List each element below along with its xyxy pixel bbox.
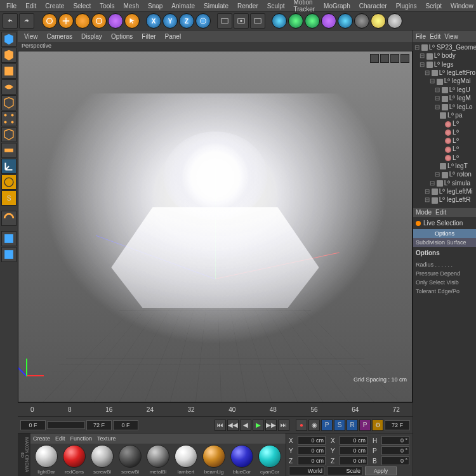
timeline-scrub[interactable] xyxy=(47,421,85,429)
environment[interactable] xyxy=(338,13,353,29)
menu-character[interactable]: Character xyxy=(355,1,391,11)
viewmenu-view[interactable]: View xyxy=(20,32,42,41)
world-coords[interactable] xyxy=(195,13,211,29)
tree-node[interactable]: ⊟ L⁰ legM xyxy=(414,94,475,102)
step-back[interactable]: ◀◀ xyxy=(227,420,239,431)
size-x[interactable] xyxy=(340,436,367,445)
viewmenu-filter[interactable]: Filter xyxy=(138,32,159,41)
menu-script[interactable]: Script xyxy=(421,1,446,11)
autokey[interactable]: ◉ xyxy=(308,420,320,431)
key-options[interactable]: ⚙ xyxy=(372,420,383,431)
tree-node[interactable]: ⊟ L⁰ legU xyxy=(414,86,475,94)
menu-plugins[interactable]: Plugins xyxy=(392,1,421,11)
menu-mesh[interactable]: Mesh xyxy=(120,1,143,11)
rot-b[interactable] xyxy=(381,456,409,465)
use-generators[interactable] xyxy=(1,247,17,262)
viewport-nav-3[interactable] xyxy=(390,54,399,63)
goto-start[interactable]: ⏮ xyxy=(215,420,226,431)
workplane[interactable]: S xyxy=(1,190,17,206)
material-screwBl[interactable]: screwBl xyxy=(117,445,143,475)
light[interactable] xyxy=(371,13,386,29)
viewport-nav-2[interactable] xyxy=(380,54,389,63)
menu-create[interactable]: Create xyxy=(41,1,68,11)
coord-x[interactable] xyxy=(298,436,326,445)
play-back[interactable]: ◀ xyxy=(240,420,251,431)
primitive-cube[interactable] xyxy=(272,13,287,29)
camera[interactable] xyxy=(354,13,369,29)
edges-mode[interactable] xyxy=(1,127,17,142)
menu-window[interactable]: Window xyxy=(447,1,476,11)
step-forward[interactable]: ▶▶ xyxy=(265,420,277,431)
matmenu-edit[interactable]: Edit xyxy=(55,435,65,442)
deformer[interactable] xyxy=(321,13,336,29)
frame-current[interactable] xyxy=(113,420,138,430)
menu-sculpt[interactable]: Sculpt xyxy=(263,1,289,11)
uv-points[interactable] xyxy=(1,79,17,95)
redo-button[interactable] xyxy=(19,13,34,29)
goto-end[interactable]: ⏭ xyxy=(278,420,289,431)
viewport-nav-1[interactable] xyxy=(370,54,379,63)
key-scale[interactable]: S xyxy=(334,420,345,431)
apply-button[interactable]: Apply xyxy=(365,466,397,475)
material-redCons[interactable]: redCons xyxy=(61,445,88,475)
render-pv[interactable] xyxy=(234,13,249,29)
coord-y[interactable] xyxy=(298,446,326,455)
tree-node[interactable]: L⁰ pa xyxy=(414,111,475,119)
menu-select[interactable]: Select xyxy=(69,1,95,11)
material-screwBl[interactable]: screwBl xyxy=(89,445,116,475)
viewmenu-panel[interactable]: Panel xyxy=(161,32,185,41)
z-axis-lock[interactable]: Z xyxy=(179,13,194,29)
x-axis-lock[interactable]: X xyxy=(146,13,161,29)
size-y[interactable] xyxy=(340,446,367,455)
viewport-3d[interactable]: Grid Spacing : 10 cm xyxy=(18,51,413,402)
frame-end[interactable] xyxy=(86,420,112,430)
render-view[interactable] xyxy=(217,13,232,29)
model-mode[interactable] xyxy=(1,48,17,63)
tree-node[interactable]: L⁰ xyxy=(414,119,475,128)
viewmenu-options[interactable]: Options xyxy=(107,32,136,41)
objmenu-edit[interactable]: Edit xyxy=(430,33,440,40)
object-tree[interactable]: ⊟ L⁰ SP23_Geomet⊟ L⁰ body⊟ L⁰ legs⊟ L⁰ l… xyxy=(413,42,476,207)
coord-z[interactable] xyxy=(298,456,326,465)
snap-settings[interactable] xyxy=(1,211,17,226)
tree-node[interactable]: L⁰ xyxy=(414,128,475,136)
material-blueCor[interactable]: blueCor xyxy=(228,445,255,475)
key-position[interactable]: P xyxy=(321,420,333,431)
tree-node[interactable]: ⊟ L⁰ legLo xyxy=(414,103,475,111)
rotate-tool[interactable] xyxy=(91,13,107,29)
tree-node[interactable]: ⊟ L⁰ simula xyxy=(414,179,475,187)
option-item[interactable]: Tolerant Edge/Po xyxy=(416,287,473,296)
menu-tools[interactable]: Tools xyxy=(96,1,118,11)
viewmenu-cameras[interactable]: Cameras xyxy=(43,32,77,41)
snap-enable[interactable] xyxy=(1,175,17,190)
render-settings[interactable] xyxy=(250,13,265,29)
frame-start[interactable] xyxy=(20,420,46,430)
tree-node[interactable]: ⊟ L⁰ legs xyxy=(414,60,475,69)
tree-node[interactable]: ⊟ L⁰ SP23_Geomet xyxy=(414,43,475,51)
menu-mograph[interactable]: MoGraph xyxy=(320,1,354,11)
material-metalBl[interactable]: metalBl xyxy=(145,445,171,475)
objmenu-view[interactable]: View xyxy=(444,33,458,40)
texture-mode[interactable] xyxy=(1,63,17,79)
matmenu-function[interactable]: Function xyxy=(70,435,93,442)
attrmenu-mode[interactable]: Mode xyxy=(416,209,432,216)
matmenu-create[interactable]: Create xyxy=(33,435,50,442)
tree-node[interactable]: L⁰ xyxy=(414,145,475,153)
record-key[interactable]: ● xyxy=(296,420,307,431)
move-tool[interactable] xyxy=(58,13,74,29)
menu-simulate[interactable]: Simulate xyxy=(200,1,232,11)
tree-node[interactable]: ⊟ L⁰ legLeftMi xyxy=(414,187,475,195)
objmenu-file[interactable]: File xyxy=(416,33,426,40)
tree-node[interactable]: L⁰ xyxy=(414,136,475,145)
use-deformers[interactable] xyxy=(1,231,17,246)
menu-edit[interactable]: Edit xyxy=(22,1,40,11)
options-tab[interactable]: Options xyxy=(413,229,476,238)
menu-render[interactable]: Render xyxy=(234,1,262,11)
polys-mode[interactable] xyxy=(1,143,17,158)
tree-node[interactable]: ⊟ L⁰ body xyxy=(414,51,475,60)
menu-file[interactable]: File xyxy=(3,1,20,11)
y-axis-lock[interactable]: Y xyxy=(162,13,178,29)
primitive-spline[interactable] xyxy=(288,13,303,29)
play-forward[interactable]: ▶ xyxy=(253,420,264,431)
size-mode[interactable] xyxy=(327,466,362,475)
